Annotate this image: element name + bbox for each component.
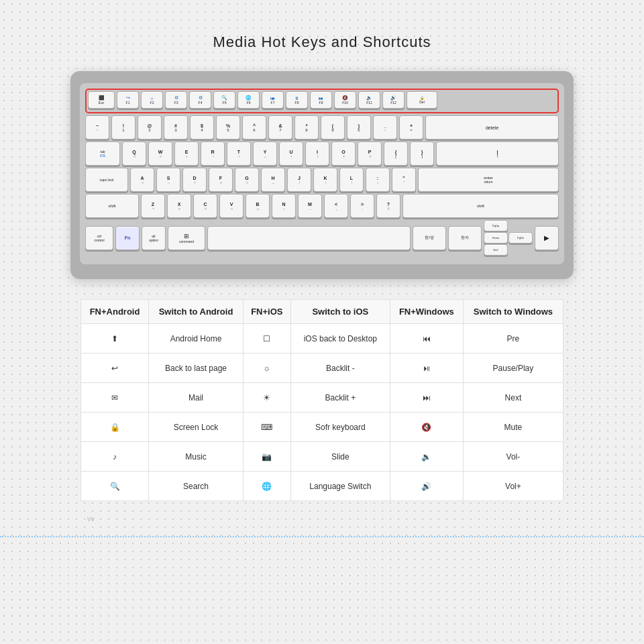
android-label-cell: Mail [149, 383, 244, 413]
key-p: Pㅔ [358, 142, 382, 166]
key-6: ^6 [242, 115, 266, 140]
key-bracket-r: }] [410, 142, 434, 166]
key-f6: 🌐 F6 [237, 91, 260, 109]
key-f3: ⚙ F3 [165, 91, 187, 109]
header-fn-windows: FN+Windows [390, 300, 463, 324]
key-a: Aㅁ [130, 168, 154, 192]
key-semicolon: :; [366, 168, 390, 192]
shortcut-table: FN+Android Switch to Android FN+iOS Swit… [80, 299, 564, 501]
key-ctrl: ctrl control [85, 226, 113, 250]
key-pgup: PgUp [484, 220, 508, 231]
key-minus: _- [373, 115, 397, 140]
key-h: Hㅗ [261, 168, 285, 192]
page-title: Media Hot Keys and Shortcuts [213, 34, 431, 51]
windows-icon-cell: 🔊 [390, 472, 463, 501]
ios-icon-cell: ☀ [243, 383, 290, 413]
key-3: #3 [164, 115, 188, 140]
table-row: 🔍 Search 🌐 Language Switch 🔊 Vol+ [81, 472, 564, 501]
android-icon-cell: ♪ [81, 442, 149, 472]
key-1: !1 [111, 115, 136, 140]
key-7: &7 [268, 115, 292, 140]
windows-label-cell: Next [463, 383, 563, 413]
key-m: Mㅡ [298, 194, 322, 218]
key-equals: += [399, 115, 423, 140]
table-row: ↩ Back to last page ☼ Backlit - ⏯ Pause/… [81, 354, 564, 383]
android-label-cell: Back to last page [149, 354, 244, 383]
key-f: Fㄹ [209, 168, 233, 192]
windows-icon-cell: ⏯ [390, 354, 463, 383]
key-f1: ↪ F1 [117, 91, 139, 109]
android-label-cell: Android Home [149, 324, 244, 354]
windows-icon-cell: ⏮ [390, 324, 463, 354]
key-backspace: delete [425, 115, 559, 140]
key-s: Sㄴ [156, 168, 180, 192]
key-d: Dㅇ [182, 168, 207, 192]
key-5: %5 [216, 115, 240, 140]
key-shift-left: shift [85, 194, 139, 218]
key-c: Cㅊ [193, 194, 217, 218]
key-alt: alt option [142, 226, 166, 250]
android-label-cell: Screen Lock [149, 413, 244, 442]
keyboard-illustration: ⬛ Esc ↪ F1 ☼ F2 ⚙ F3 ⚙ F4 [70, 71, 574, 279]
table-row: ✉ Mail ☀ Backlit + ⏭ Next [81, 383, 564, 413]
watermark: vv [87, 515, 95, 523]
windows-label-cell: Mute [463, 413, 563, 442]
key-t: Tㅅ [227, 142, 251, 166]
key-fn-key: Fn [115, 226, 140, 250]
header-switch-windows: Switch to Windows [463, 300, 563, 324]
windows-label-cell: Vol+ [463, 472, 563, 501]
bottom-border [0, 536, 644, 537]
key-u: Uㅕ [279, 142, 303, 166]
key-0: )0 [347, 115, 371, 140]
key-q: Qㅂ [122, 142, 146, 166]
nav-cluster: PgUp Home PgDn End [484, 220, 533, 256]
key-f8: ⏸ F8 [286, 91, 308, 109]
key-tab: tab iOS [85, 142, 120, 166]
ios-label-cell: Backlit + [290, 383, 390, 413]
windows-icon-cell: 🔉 [390, 442, 463, 472]
key-f11: 🔉 F11 [358, 91, 380, 109]
key-k: Kㅏ [313, 168, 337, 192]
key-pgdn: PgDn [508, 232, 533, 244]
key-period: >. [350, 194, 374, 218]
ios-label-cell: iOS back to Desktop [290, 324, 390, 354]
ios-label-cell: Sofr keyboard [290, 413, 390, 442]
key-f4: ⚙ F4 [189, 91, 211, 109]
header-fn-android: FN+Android [81, 300, 149, 324]
windows-label-cell: Vol- [463, 442, 563, 472]
ios-icon-cell: ☼ [243, 354, 290, 383]
key-n: Nㅜ [272, 194, 296, 218]
key-v: Vㅍ [219, 194, 244, 218]
key-9: (9 [321, 115, 345, 140]
android-icon-cell: ↩ [81, 354, 149, 383]
windows-label-cell: Pause/Play [463, 354, 563, 383]
windows-label-cell: Pre [463, 324, 563, 354]
key-j: Jㅓ [287, 168, 311, 192]
ios-icon-cell: 📷 [243, 442, 290, 472]
ios-label-cell: Backlit - [290, 354, 390, 383]
android-label-cell: Music [149, 442, 244, 472]
key-f2: ☼ F2 [141, 91, 163, 109]
key-enter: enter return [418, 168, 559, 192]
key-del: 🔒 Del [407, 91, 437, 109]
key-end: End [484, 244, 508, 256]
android-icon-cell: 🔍 [81, 472, 149, 501]
key-shift-right: shift [402, 194, 559, 218]
key-comma: <, [324, 194, 348, 218]
ios-label-cell: Slide [290, 442, 390, 472]
key-slash: ?/ [376, 194, 400, 218]
key-backslash: |\ [436, 142, 559, 166]
ios-label-cell: Language Switch [290, 472, 390, 501]
header-switch-android: Switch to Android [149, 300, 244, 324]
key-home: Home [484, 232, 508, 244]
ios-icon-cell: ⌨ [243, 413, 290, 442]
key-x: Xㅌ [167, 194, 191, 218]
key-2: @2 [138, 115, 162, 140]
key-f5: 🔍 F5 [213, 91, 235, 109]
ios-icon-cell: 🌐 [243, 472, 290, 501]
key-f12: 🔊 F12 [382, 91, 405, 109]
header-switch-ios: Switch to iOS [290, 300, 390, 324]
key-4: $4 [190, 115, 214, 140]
key-space [207, 226, 411, 250]
key-e: Eㄷ [174, 142, 199, 166]
